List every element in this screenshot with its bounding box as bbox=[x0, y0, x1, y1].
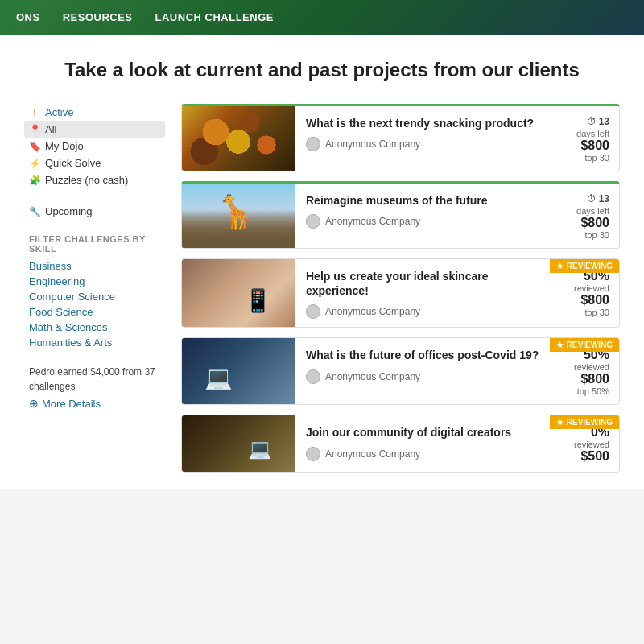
company-avatar-1 bbox=[306, 214, 320, 229]
card-4[interactable]: ★ REVIEWING Join our community of digita… bbox=[181, 415, 620, 473]
bookmark-icon: 🔖 bbox=[29, 141, 40, 152]
card-title-3: What is the future of offices post-Covid… bbox=[306, 348, 545, 362]
reviewing-badge-3: ★ REVIEWING bbox=[550, 338, 619, 352]
company-name-2: Anonymous Company bbox=[325, 306, 420, 317]
card-top-1: top 30 bbox=[545, 230, 609, 240]
reviewing-badge-4: ★ REVIEWING bbox=[550, 415, 619, 429]
card-image-0 bbox=[182, 106, 295, 171]
museum-image bbox=[182, 184, 295, 248]
card-company-0: Anonymous Company bbox=[306, 137, 545, 151]
card-1[interactable]: Reimagine museums of the future Anonymou… bbox=[181, 181, 620, 249]
nav-bar: ONS RESOURCES LAUNCH CHALLENGE bbox=[0, 0, 644, 35]
days-num-0: 13 bbox=[599, 116, 609, 127]
card-company-4: Anonymous Company bbox=[306, 447, 545, 461]
reviewing-icon-3: ★ bbox=[556, 341, 564, 349]
skincare-image bbox=[182, 259, 295, 327]
page-title: Take a look at current and past projects… bbox=[24, 59, 620, 81]
card-3[interactable]: ★ REVIEWING What is the future of office… bbox=[181, 337, 620, 405]
card-top-2: top 30 bbox=[545, 308, 609, 317]
nav-item-launch[interactable]: LAUNCH CHALLENGE bbox=[155, 11, 274, 23]
upcoming-label: Upcoming bbox=[45, 205, 93, 217]
card-time-1: ⏱ 13 bbox=[545, 193, 609, 204]
card-title-1: Reimagine museums of the future bbox=[306, 193, 545, 208]
nav-item-resources[interactable]: RESOURCES bbox=[63, 11, 133, 23]
skill-business[interactable]: Business bbox=[24, 258, 165, 274]
sidebar-item-all[interactable]: 📍 All bbox=[24, 121, 165, 138]
quick-solve-label: Quick Solve bbox=[45, 157, 101, 169]
company-avatar-3 bbox=[306, 369, 320, 384]
card-meta-2: 50% reviewed $800 top 30 bbox=[545, 269, 609, 317]
status-section: ! Active 📍 All 🔖 My Dojo ⚡ Quick Solve 🧩 bbox=[24, 104, 165, 188]
skill-math-sciences[interactable]: Math & Sciences bbox=[24, 320, 165, 335]
office-image bbox=[182, 338, 295, 404]
card-info-4: Join our community of digital creators A… bbox=[306, 425, 545, 460]
card-company-3: Anonymous Company bbox=[306, 369, 545, 384]
card-image-3 bbox=[182, 338, 295, 404]
earnings-text: Pedro earned $4,000 from 37 challenges bbox=[29, 365, 165, 394]
company-name-4: Anonymous Company bbox=[325, 448, 420, 460]
card-image-4 bbox=[182, 415, 295, 472]
reviewed-label-2: reviewed bbox=[574, 283, 609, 293]
active-label: Active bbox=[45, 106, 73, 118]
card-meta-1: ⏱ 13 days left $800 top 30 bbox=[545, 193, 609, 240]
card-title-4: Join our community of digital creators bbox=[306, 425, 545, 440]
card-info-3: What is the future of offices post-Covid… bbox=[306, 348, 545, 383]
company-avatar-0 bbox=[306, 137, 320, 151]
all-label: All bbox=[45, 123, 56, 135]
reviewed-label-3: reviewed bbox=[574, 362, 609, 372]
card-top-3: top 50% bbox=[545, 386, 609, 396]
reviewing-text-3: REVIEWING bbox=[567, 341, 613, 349]
sidebar-item-upcoming[interactable]: 🔧 Upcoming bbox=[24, 203, 165, 220]
skill-humanities[interactable]: Humanities & Arts bbox=[24, 335, 165, 350]
card-company-1: Anonymous Company bbox=[306, 214, 545, 229]
card-days-1: days left bbox=[545, 206, 609, 216]
card-prize-3: $800 bbox=[545, 372, 609, 386]
card-body-1: Reimagine museums of the future Anonymou… bbox=[295, 184, 619, 248]
pin-icon: 📍 bbox=[29, 124, 40, 135]
reviewing-icon-4: ★ bbox=[556, 418, 564, 427]
more-details-icon: ⊕ bbox=[29, 397, 39, 410]
page-content: Take a look at current and past projects… bbox=[0, 35, 644, 489]
sidebar-item-puzzles[interactable]: 🧩 Puzzles (no cash) bbox=[24, 171, 165, 188]
nav-item-ons[interactable]: ONS bbox=[16, 11, 40, 23]
sidebar-item-quick-solve[interactable]: ⚡ Quick Solve bbox=[24, 155, 165, 171]
skill-food-science[interactable]: Food Science bbox=[24, 304, 165, 320]
reviewing-badge-2: ★ REVIEWING bbox=[550, 259, 619, 273]
card-image-1 bbox=[182, 184, 295, 248]
card-title-2: Help us create your ideal skincare exper… bbox=[306, 269, 545, 298]
card-days-0: days left bbox=[545, 129, 609, 138]
company-name-1: Anonymous Company bbox=[325, 216, 420, 227]
upcoming-section: 🔧 Upcoming bbox=[24, 203, 165, 220]
sidebar-item-my-dojo[interactable]: 🔖 My Dojo bbox=[24, 138, 165, 155]
card-prize-4: $500 bbox=[545, 449, 609, 464]
reviewing-text-2: REVIEWING bbox=[567, 262, 613, 270]
cards-container: What is the next trendy snacking product… bbox=[181, 104, 620, 473]
sidebar-item-active[interactable]: ! Active bbox=[24, 104, 165, 121]
company-avatar-4 bbox=[306, 447, 320, 461]
puzzles-label: Puzzles (no cash) bbox=[45, 174, 128, 186]
card-image-2 bbox=[182, 259, 295, 327]
clock-icon-1: ⏱ bbox=[587, 193, 597, 204]
skill-computer-science[interactable]: Computer Science bbox=[24, 289, 165, 304]
puzzle-icon: 🧩 bbox=[29, 175, 40, 186]
more-details-link[interactable]: ⊕ More Details bbox=[24, 397, 165, 410]
company-avatar-2 bbox=[306, 304, 320, 319]
card-prize-2: $800 bbox=[545, 293, 609, 308]
card-prize-1: $800 bbox=[545, 216, 609, 230]
more-details-label: More Details bbox=[42, 398, 101, 410]
sidebar: ! Active 📍 All 🔖 My Dojo ⚡ Quick Solve 🧩 bbox=[24, 104, 165, 473]
card-meta-0: ⏱ 13 days left $800 top 30 bbox=[545, 116, 609, 163]
company-name-3: Anonymous Company bbox=[325, 371, 420, 382]
card-info-1: Reimagine museums of the future Anonymou… bbox=[306, 193, 545, 229]
card-2[interactable]: ★ REVIEWING Help us create your ideal sk… bbox=[181, 258, 620, 328]
reviewing-text-4: REVIEWING bbox=[567, 418, 613, 427]
company-name-0: Anonymous Company bbox=[325, 138, 420, 150]
clock-icon-0: ⏱ bbox=[587, 116, 597, 127]
card-title-0: What is the next trendy snacking product… bbox=[306, 116, 545, 130]
skill-engineering[interactable]: Engineering bbox=[24, 274, 165, 289]
card-meta-4: 0% reviewed $500 bbox=[545, 425, 609, 464]
card-0[interactable]: What is the next trendy snacking product… bbox=[181, 104, 620, 171]
earnings-section: Pedro earned $4,000 from 37 challenges ⊕… bbox=[24, 365, 165, 410]
card-top-0: top 30 bbox=[545, 153, 609, 163]
skills-section: FILTER CHALLENGES BY SKILL Business Engi… bbox=[24, 234, 165, 350]
